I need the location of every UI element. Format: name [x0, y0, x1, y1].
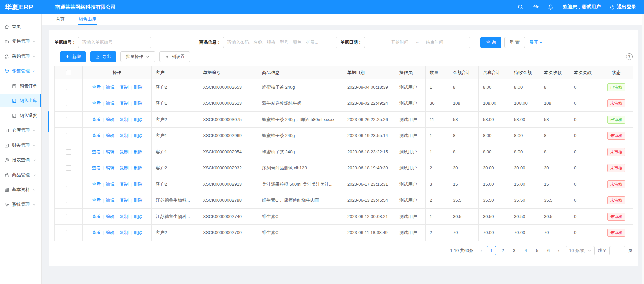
row-checkbox[interactable]	[66, 165, 71, 171]
search-button[interactable]: 查 询	[480, 37, 501, 48]
sidebar-item-home[interactable]: 首页	[0, 20, 41, 33]
edit-link[interactable]: 编辑	[106, 133, 114, 138]
sidebar-item-retail[interactable]: 零售管理	[0, 35, 41, 48]
view-link[interactable]: 查看	[92, 117, 101, 122]
page-scrollbar[interactable]	[642, 14, 644, 284]
prev-page-button[interactable]: ‹	[477, 246, 486, 255]
tab-home[interactable]: 首页	[55, 14, 65, 25]
select-all-checkbox[interactable]	[66, 70, 71, 75]
sidebar-item-basic[interactable]: 基本资料	[0, 183, 41, 196]
sidebar-item-warehouse[interactable]: 仓库管理	[0, 124, 41, 137]
view-link[interactable]: 查看	[92, 230, 101, 235]
page-button-2[interactable]: 2	[498, 246, 507, 255]
view-link[interactable]: 查看	[92, 149, 101, 154]
edit-link[interactable]: 编辑	[106, 165, 114, 170]
edit-link[interactable]: 编辑	[106, 230, 114, 235]
row-checkbox[interactable]	[66, 101, 71, 106]
row-select-cell	[55, 144, 83, 160]
sidebar-item-finance[interactable]: 财务管理	[0, 138, 41, 152]
page-button-3[interactable]: 3	[509, 246, 519, 255]
sidebar-item-sales-outbound[interactable]: 销售出库	[0, 94, 41, 107]
edit-link[interactable]: 编辑	[106, 182, 114, 187]
tab-sales-outbound[interactable]: 销售出库	[78, 14, 97, 25]
copy-link[interactable]: 复制	[120, 117, 129, 122]
row-checkbox[interactable]	[66, 182, 71, 187]
copy-link[interactable]: 复制	[120, 133, 129, 138]
view-link[interactable]: 查看	[92, 85, 101, 90]
edit-link[interactable]: 编辑	[106, 101, 114, 106]
delete-link[interactable]: 删除	[134, 133, 142, 138]
view-link[interactable]: 查看	[92, 165, 101, 170]
column-settings-button[interactable]: 列设置	[159, 51, 190, 62]
view-link[interactable]: 查看	[92, 101, 101, 106]
view-link[interactable]: 查看	[92, 214, 101, 219]
view-link[interactable]: 查看	[92, 182, 101, 187]
sidebar-item-purchase[interactable]: 采购管理	[0, 50, 41, 63]
sidebar-item-system[interactable]: 系统管理	[0, 198, 41, 211]
row-checkbox[interactable]	[66, 133, 71, 138]
delete-link[interactable]: 删除	[134, 230, 142, 235]
delete-link[interactable]: 删除	[134, 214, 142, 219]
row-checkbox[interactable]	[66, 85, 71, 90]
edit-link[interactable]: 编辑	[106, 198, 114, 203]
delete-link[interactable]: 删除	[134, 85, 142, 90]
page-button-5[interactable]: 5	[532, 246, 542, 255]
edit-link[interactable]: 编辑	[106, 214, 114, 219]
bill-no-input[interactable]: 请输入单据编号	[78, 37, 151, 48]
expand-link[interactable]: 展开	[529, 39, 543, 45]
batch-actions-button[interactable]: 批量操作	[120, 51, 155, 62]
help-icon[interactable]: ?	[626, 53, 633, 60]
date-range-input[interactable]: 开始时间 ~ 结束时间	[364, 37, 470, 48]
edit-link[interactable]: 编辑	[106, 149, 114, 154]
copy-link[interactable]: 复制	[120, 149, 129, 154]
copy-link[interactable]: 复制	[120, 230, 129, 235]
table-wrapper: 操作客户单据编号商品信息单据日期操作员数量金额合计含税合计待收金额本次收款本次欠…	[54, 66, 633, 241]
row-checkbox[interactable]	[66, 214, 71, 219]
row-checkbox[interactable]	[66, 149, 71, 155]
app-logo[interactable]: 华夏ERP	[0, 2, 42, 12]
delete-link[interactable]: 删除	[134, 101, 142, 106]
copy-link[interactable]: 复制	[120, 182, 129, 187]
debt-cell: 0	[570, 192, 600, 209]
doc-icon	[12, 84, 17, 89]
jump-page-input[interactable]	[609, 246, 625, 255]
next-page-button[interactable]: ›	[554, 246, 563, 255]
view-link[interactable]: 查看	[92, 133, 101, 138]
row-select-cell	[55, 176, 83, 192]
copy-link[interactable]: 复制	[120, 198, 129, 203]
copy-link[interactable]: 复制	[120, 165, 129, 170]
page-button-6[interactable]: 6	[544, 246, 553, 255]
view-link[interactable]: 查看	[92, 198, 101, 203]
row-checkbox[interactable]	[66, 117, 71, 122]
delete-link[interactable]: 删除	[134, 117, 142, 122]
export-button[interactable]: 导出	[90, 51, 116, 62]
edit-link[interactable]: 编辑	[106, 117, 114, 122]
search-icon[interactable]	[517, 4, 524, 10]
bell-icon[interactable]	[548, 4, 554, 10]
logout-button[interactable]: 退出登录	[610, 4, 636, 10]
copy-link[interactable]: 复制	[120, 85, 129, 90]
edit-link[interactable]: 编辑	[106, 85, 114, 90]
sidebar-item-report[interactable]: 报表查询	[0, 153, 41, 167]
copy-link[interactable]: 复制	[120, 214, 129, 219]
delete-link[interactable]: 删除	[134, 182, 142, 187]
delete-link[interactable]: 删除	[134, 198, 142, 203]
sidebar-item-sales-return[interactable]: 销售退货	[0, 109, 41, 122]
status-badge: 未审核	[607, 99, 625, 107]
reset-button[interactable]: 重 置	[504, 37, 525, 48]
sidebar-item-sales[interactable]: 销售管理	[0, 64, 41, 78]
add-button[interactable]: 新增	[60, 51, 86, 62]
page-size-select[interactable]: 10 条/页	[566, 246, 595, 255]
customer-cell: 江苏德鲁生物科...	[152, 209, 199, 225]
product-input[interactable]: 请输入条码、名称、规格、型号、颜色、扩展...	[223, 37, 337, 48]
bank-icon[interactable]	[533, 4, 539, 10]
delete-link[interactable]: 删除	[134, 165, 142, 170]
page-button-1[interactable]: 1	[487, 246, 496, 255]
row-checkbox[interactable]	[66, 230, 71, 235]
page-button-4[interactable]: 4	[521, 246, 530, 255]
sidebar-item-sales-order[interactable]: 销售订单	[0, 79, 41, 93]
sidebar-item-product[interactable]: 商品管理	[0, 168, 41, 182]
delete-link[interactable]: 删除	[134, 149, 142, 154]
row-checkbox[interactable]	[66, 198, 71, 203]
copy-link[interactable]: 复制	[120, 101, 129, 106]
